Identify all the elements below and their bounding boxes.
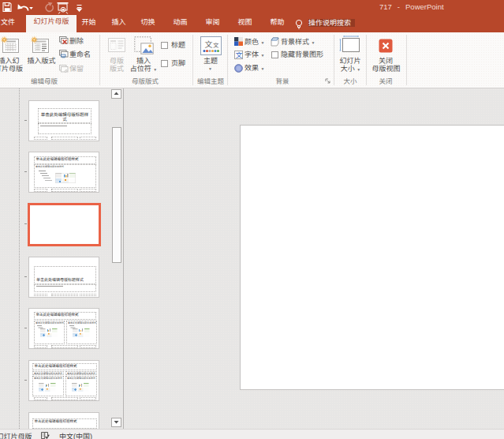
svg-text:文: 文: [205, 40, 213, 49]
svg-text:文: 文: [213, 42, 219, 49]
svg-text:文: 文: [236, 51, 243, 59]
